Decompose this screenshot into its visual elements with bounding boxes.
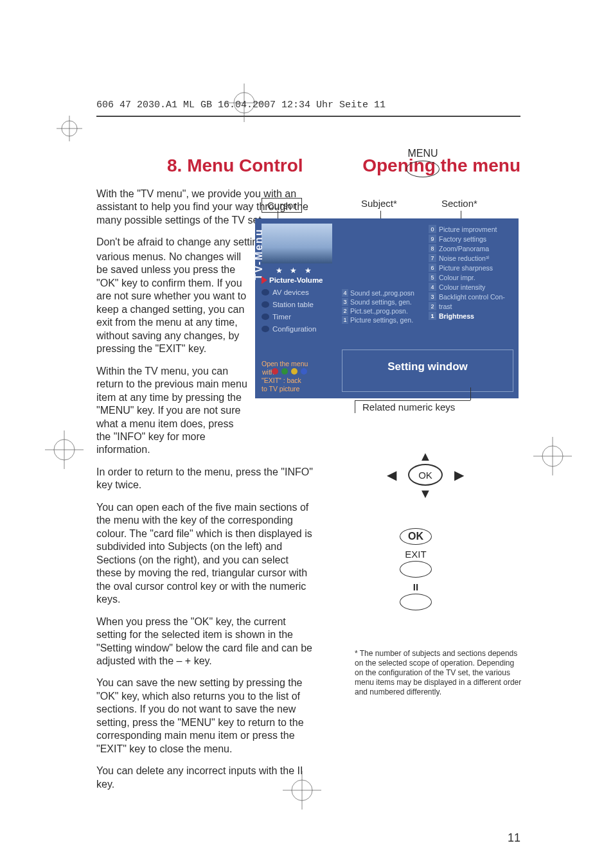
section-text: Backlight control Con-: [439, 293, 505, 301]
main-menu-item-selected[interactable]: Picture-Volume: [262, 276, 335, 284]
connector-line: [355, 400, 470, 401]
section-label: Section*: [441, 198, 477, 209]
section-row[interactable]: 3Backlight control Con-: [429, 292, 517, 301]
section-num: 8: [429, 244, 436, 252]
note-line: "EXIT" : back: [262, 376, 308, 385]
section-row[interactable]: 0Picture improvment: [429, 225, 517, 233]
subject-row[interactable]: 1Picture settings, gen.: [342, 316, 424, 324]
connector-line: [470, 387, 471, 400]
section-num: 5: [429, 273, 436, 281]
subject-num: 1: [342, 316, 348, 324]
crop-mark: [45, 430, 84, 469]
arrow-left-icon[interactable]: ◀: [387, 468, 396, 481]
subject-row[interactable]: 2Pict.set.,prog.posn.: [342, 307, 424, 315]
tv-menu-panel: ★ ★ ★ TV-Menu Picture-Volume AV devices …: [255, 218, 519, 398]
subject-num: 2: [342, 307, 348, 315]
section-row[interactable]: 7Noise reduction³⁾: [429, 254, 517, 262]
yellow-dot-icon: [291, 368, 298, 375]
section-row[interactable]: 9Factory settings: [429, 235, 517, 243]
section-text: Colour impr.: [439, 274, 475, 281]
connector-line: [355, 400, 355, 413]
print-header: 606 47 2030.A1 ML GB 16.04.2007 12:34 Uh…: [96, 100, 386, 111]
section-num: 6: [429, 263, 436, 272]
main-menu-item[interactable]: Timer: [262, 313, 335, 321]
section-text: Picture sharpness: [439, 264, 493, 272]
section-text: Colour intensity: [439, 283, 485, 291]
main-menu-item-label: Timer: [272, 313, 291, 321]
crop-mark: [57, 116, 82, 141]
section-row[interactable]: 6Picture sharpness: [429, 263, 517, 272]
main-menu-item-label: Picture-Volume: [269, 276, 323, 284]
section-text: trast: [439, 303, 452, 310]
section-num: 3: [429, 292, 436, 301]
exit-button[interactable]: [400, 561, 432, 578]
green-dot-icon: [281, 368, 288, 375]
rating-stars: ★ ★ ★: [276, 266, 314, 275]
note-line: with: [262, 368, 269, 375]
main-menu-list: Picture-Volume AV devices Station table …: [262, 276, 335, 337]
subject-text: Sound settings, gen.: [350, 298, 412, 306]
section-title: 8. Menu Control: [96, 155, 303, 176]
section-num: 4: [429, 283, 436, 291]
section-num: 7: [429, 254, 436, 262]
section-row-selected[interactable]: 1Brightness: [429, 312, 517, 320]
body-paragraph: You can save the new setting by pressing…: [96, 677, 315, 756]
ok-button[interactable]: OK: [408, 464, 443, 486]
tv-menu-label: TV-Menu: [253, 228, 265, 280]
subject-label: Subject*: [361, 198, 397, 209]
preview-image: [262, 224, 332, 263]
body-paragraph: In order to return to the menu, press th…: [96, 466, 315, 492]
main-menu-item-label: Station table: [272, 301, 314, 308]
arrow-down-icon[interactable]: ▼: [387, 487, 464, 500]
section-text: Factory settings: [439, 235, 486, 243]
cursor-pointer-icon: [262, 276, 267, 284]
section-row[interactable]: 8Zoom/Panorama: [429, 244, 517, 252]
section-text: Noise reduction³⁾: [439, 254, 490, 262]
subject-text: Picture settings, gen.: [350, 316, 413, 324]
subject-num: 4: [342, 289, 348, 297]
main-menu-item-label: AV devices: [272, 288, 309, 296]
section-title: Opening the menu: [362, 155, 520, 176]
pause-button[interactable]: [400, 594, 432, 610]
section-column: 0Picture improvment 9Factory settings 8Z…: [429, 225, 517, 321]
main-menu-item-label: Configuration: [272, 325, 316, 333]
section-num: 1: [429, 312, 436, 320]
arrow-right-icon[interactable]: ▶: [454, 468, 464, 481]
page-number: 11: [508, 831, 520, 845]
section-text: Brightness: [439, 312, 474, 320]
section-num: 2: [429, 302, 436, 310]
note-line: to TV picture: [262, 385, 308, 393]
red-dot-icon: [272, 368, 278, 375]
body-paragraph: various menus. No changes will be saved …: [96, 251, 247, 356]
section-num: 9: [429, 235, 436, 243]
note-line: Open the menu: [262, 360, 308, 368]
footnote: * The number of subjects and sections de…: [355, 649, 522, 697]
body-paragraph: Within the TV menu, you can return to th…: [96, 365, 247, 457]
open-menu-note: Open the menu with "EXIT" : back to TV p…: [262, 360, 308, 394]
section-row[interactable]: 4Colour intensity: [429, 283, 517, 291]
related-numeric-keys-label: Related numeric keys: [362, 402, 455, 412]
section-text: Picture improvment: [439, 226, 497, 233]
section-num: 0: [429, 225, 436, 233]
subject-row[interactable]: 4Sound set.,prog.posn: [342, 289, 424, 297]
body-paragraph: You can open each of the five main secti…: [96, 501, 315, 607]
arrow-up-icon[interactable]: ▲: [387, 450, 464, 463]
subject-text: Sound set.,prog.posn: [350, 289, 414, 297]
ok-button-small[interactable]: OK: [400, 528, 432, 545]
menu-button[interactable]: [406, 161, 440, 177]
main-menu-item[interactable]: Configuration: [262, 325, 335, 333]
subject-text: Pict.set.,prog.posn.: [350, 307, 408, 315]
blue-dot-icon: [301, 368, 307, 375]
nav-cluster: ▲ ◀ OK ▶ ▼: [387, 450, 464, 500]
section-text: Zoom/Panorama: [439, 245, 489, 252]
main-menu-item[interactable]: AV devices: [262, 288, 335, 296]
subject-num: 3: [342, 298, 348, 306]
subject-column: 4Sound set.,prog.posn 3Sound settings, g…: [342, 289, 424, 325]
cursor-label: Cursor: [262, 198, 302, 213]
crop-mark: [533, 437, 572, 475]
section-row[interactable]: 2trast: [429, 302, 517, 310]
body-paragraph: When you press the "OK" key, the current…: [96, 616, 315, 668]
subject-row[interactable]: 3Sound settings, gen.: [342, 298, 424, 306]
section-row[interactable]: 5Colour impr.: [429, 273, 517, 281]
main-menu-item[interactable]: Station table: [262, 301, 335, 308]
